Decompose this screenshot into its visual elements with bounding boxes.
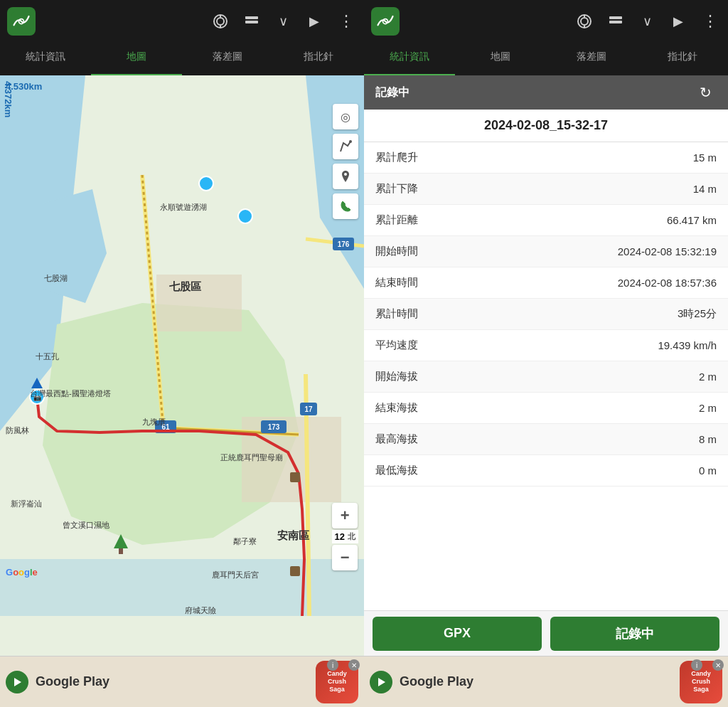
stats-value-end-time: 2024-02-08 18:57:36	[618, 277, 717, 289]
right-top-actions: ∨ ▶ ⋮	[405, 10, 721, 33]
north-label: 北	[348, 531, 355, 542]
recording-title: 記錄中	[375, 85, 410, 100]
refresh-button[interactable]: ↻	[694, 81, 717, 104]
svg-rect-8	[245, 16, 255, 18]
google-logo-left: Google	[6, 567, 38, 578]
stats-value-avg-speed: 19.439 km/h	[658, 339, 717, 351]
stats-value-total-time: 3時25分	[678, 307, 717, 321]
layers-icon-right[interactable]	[604, 10, 627, 33]
recording-button[interactable]: 記錄中	[550, 617, 719, 651]
tab-elevation-right[interactable]: 落差圖	[546, 43, 637, 75]
layers-icon-left[interactable]	[240, 10, 263, 33]
map-label-qigu: 七股區	[169, 280, 201, 294]
svg-text:17: 17	[304, 405, 313, 413]
stats-label-distance: 累計距離	[375, 213, 418, 227]
stats-row-start-alt: 開始海拔 2 m	[364, 361, 728, 393]
svg-rect-45	[609, 16, 622, 19]
svg-point-3	[217, 18, 224, 25]
chevron-down-icon-right[interactable]: ∨	[636, 10, 658, 33]
app-icon-right[interactable]	[371, 7, 400, 36]
tab-stats-left[interactable]: 統計資訊	[0, 43, 91, 75]
stats-row-end-alt: 結束海拔 2 m	[364, 393, 728, 424]
map-label-xinfushan: 新浮崙汕	[11, 499, 42, 509]
svg-marker-38	[14, 678, 21, 686]
svg-point-29	[238, 209, 252, 223]
stats-label-max-alt: 最高海拔	[375, 432, 418, 446]
map-controls: ◎	[333, 104, 358, 222]
stats-label-start-time: 開始時間	[375, 245, 418, 258]
map-label-linziliao: 鄰子寮	[233, 536, 257, 547]
stats-row-distance: 累計距離 66.417 km	[364, 205, 728, 236]
tab-compass-left[interactable]: 指北針	[273, 43, 364, 75]
tab-map-right[interactable]: 地圖	[455, 43, 546, 75]
stats-header: 記錄中 ↻	[364, 75, 728, 110]
stats-row-descent: 累計下降 14 m	[364, 174, 728, 205]
ad-info-button-left[interactable]: i	[327, 659, 338, 671]
svg-rect-31	[290, 472, 300, 482]
stats-value-distance: 66.417 km	[667, 214, 717, 226]
stats-row-end-time: 結束時間 2024-02-08 18:57:36	[364, 267, 728, 299]
map-label-fucheng: 府城天險	[185, 605, 216, 616]
stats-value-end-alt: 2 m	[699, 402, 717, 414]
zoom-in-button[interactable]: +	[332, 503, 358, 528]
svg-point-42	[581, 18, 588, 25]
ad-close-button-left[interactable]: ✕	[348, 659, 360, 671]
left-top-bar: ∨ ▶ ⋮	[0, 0, 364, 43]
play-icon-right[interactable]: ▶	[667, 10, 690, 33]
map-label-wetland: 曾文溪口濕地	[63, 520, 109, 531]
stats-filename: 2024-02-08_15-32-17	[364, 110, 728, 142]
stats-label-min-alt: 最低海拔	[375, 464, 418, 477]
stats-value-start-alt: 2 m	[699, 371, 717, 383]
map-label-tianhou: 鹿耳門天后宮	[212, 570, 259, 580]
ad-play-icon-left	[6, 671, 28, 693]
app-icon-left[interactable]	[7, 7, 36, 36]
tab-map-left[interactable]: 地圖	[91, 43, 182, 75]
stats-label-total-time: 累計時間	[375, 307, 418, 321]
tab-stats-right[interactable]: 統計資訊	[364, 43, 455, 75]
stats-label-end-alt: 結束海拔	[375, 401, 418, 415]
stats-label-end-time: 結束時間	[375, 276, 418, 289]
svg-rect-32	[290, 566, 300, 576]
ad-text-right: Google Play	[400, 674, 673, 689]
map-label-lighthouse: 台灣最西點-國聖港燈塔	[30, 388, 111, 399]
stats-row-total-time: 累計時間 3時25分	[364, 299, 728, 330]
tab-elevation-left[interactable]: 落差圖	[182, 43, 273, 75]
svg-text:176: 176	[338, 240, 350, 248]
right-panel: ∨ ▶ ⋮ 統計資訊 地圖 落差圖 指北針 記錄中 ↻ 2024-02-08_1…	[364, 0, 728, 707]
stats-row-max-alt: 最高海拔 8 m	[364, 424, 728, 455]
map-label-temple: 正統鹿耳門聖母廟	[220, 452, 283, 463]
phone-button[interactable]	[333, 193, 358, 219]
play-icon-left[interactable]: ▶	[303, 10, 326, 33]
stats-row-climb: 累計爬升 15 m	[364, 142, 728, 174]
ad-banner-left[interactable]: Google Play CandyCrushSaga i ✕	[0, 656, 364, 707]
map-label-qigulake: 七股湖	[44, 273, 68, 284]
left-top-actions: ∨ ▶ ⋮	[41, 10, 357, 33]
tab-compass-right[interactable]: 指北針	[637, 43, 728, 75]
chevron-down-icon-left[interactable]: ∨	[272, 10, 294, 33]
stats-row-min-alt: 最低海拔 0 m	[364, 455, 728, 487]
ad-close-button-right[interactable]: ✕	[712, 659, 724, 671]
gpx-button[interactable]: GPX	[373, 617, 542, 651]
pin-button[interactable]	[333, 164, 358, 189]
ad-play-icon-right	[370, 671, 392, 693]
stats-list: 累計爬升 15 m 累計下降 14 m 累計距離 66.417 km 開始時間 …	[364, 142, 728, 610]
svg-rect-46	[609, 21, 622, 23]
stats-label-avg-speed: 平均速度	[375, 339, 418, 352]
svg-point-37	[344, 173, 347, 176]
ad-info-button-right[interactable]: i	[691, 659, 702, 671]
zoom-level: 12	[335, 531, 345, 542]
zoom-out-button[interactable]: −	[332, 545, 358, 570]
ad-text-left: Google Play	[36, 674, 309, 689]
map-area[interactable]: 61 173 17 176 📷	[0, 75, 364, 656]
ad-banner-right[interactable]: Google Play CandyCrushSaga i ✕	[364, 656, 728, 707]
map-type-button[interactable]	[333, 134, 358, 159]
stats-label-start-alt: 開始海拔	[375, 370, 418, 383]
svg-point-36	[349, 140, 352, 143]
more-icon-right[interactable]: ⋮	[698, 10, 721, 33]
app-container: ∨ ▶ ⋮ 統計資訊 地圖 落差圖 指北針	[0, 0, 728, 707]
signal-icon-right[interactable]	[573, 10, 596, 33]
signal-icon-left[interactable]	[209, 10, 232, 33]
more-icon-left[interactable]: ⋮	[334, 10, 357, 33]
map-label-yongshun: 永順號遊湧湖	[160, 202, 207, 213]
gps-button[interactable]: ◎	[333, 104, 358, 129]
